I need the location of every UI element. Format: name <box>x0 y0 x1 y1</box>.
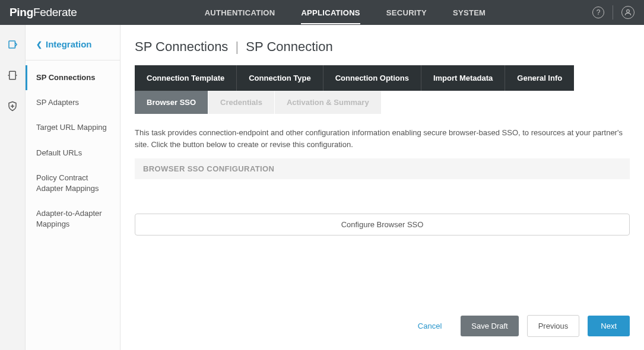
sidebar: ❮ Integration SP Connections SP Adapters… <box>26 25 120 350</box>
breadcrumb: SP Connections | SP Connection <box>135 39 630 55</box>
sidebar-back[interactable]: ❮ Integration <box>26 39 120 61</box>
breadcrumb-parent: SP Connections <box>135 39 228 54</box>
container: ❮ Integration SP Connections SP Adapters… <box>0 25 644 350</box>
sidebar-item-target-url[interactable]: Target URL Mapping <box>26 115 120 140</box>
topbar: PingFederate AUTHENTICATION APPLICATIONS… <box>0 0 644 25</box>
nav-system[interactable]: SYSTEM <box>453 1 486 24</box>
logo: PingFederate <box>9 6 77 19</box>
configure-browser-sso-button[interactable]: Configure Browser SSO <box>135 214 630 236</box>
breadcrumb-separator: | <box>236 39 239 54</box>
sidebar-item-default-urls[interactable]: Default URLs <box>26 141 120 166</box>
icon-rail <box>0 25 26 350</box>
topbar-right: ? <box>592 5 635 20</box>
user-icon[interactable] <box>621 6 635 19</box>
tab-connection-template[interactable]: Connection Template <box>135 65 237 91</box>
vertical-divider <box>613 5 613 20</box>
rail-security-icon[interactable] <box>7 101 18 112</box>
svg-rect-1 <box>9 41 15 48</box>
cancel-button[interactable]: Cancel <box>407 316 452 336</box>
sidebar-item-adapter-to-adapter[interactable]: Adapter-to-Adapter Mappings <box>26 201 120 237</box>
footer-actions: Cancel Save Draft Previous Next <box>135 302 630 350</box>
description-text: This task provides connection-endpoint a… <box>135 127 630 150</box>
breadcrumb-current: SP Connection <box>246 39 332 54</box>
chevron-left-icon: ❮ <box>36 40 42 49</box>
nav-security[interactable]: SECURITY <box>386 1 427 24</box>
wizard-tabs-light: Browser SSO Credentials Activation & Sum… <box>135 91 630 114</box>
tab-browser-sso[interactable]: Browser SSO <box>135 91 208 114</box>
svg-point-0 <box>627 9 630 12</box>
tab-activation-summary[interactable]: Activation & Summary <box>275 91 382 114</box>
main-content: SP Connections | SP Connection Connectio… <box>120 25 644 350</box>
nav-authentication[interactable]: AUTHENTICATION <box>205 1 275 24</box>
wizard-tabs-dark: Connection Template Connection Type Conn… <box>135 65 630 91</box>
previous-button[interactable]: Previous <box>527 315 580 337</box>
top-nav: AUTHENTICATION APPLICATIONS SECURITY SYS… <box>205 1 486 24</box>
sidebar-item-policy-contract[interactable]: Policy Contract Adapter Mappings <box>26 166 120 201</box>
tab-import-metadata[interactable]: Import Metadata <box>421 65 505 91</box>
rail-adapters-icon[interactable] <box>7 70 18 81</box>
nav-applications[interactable]: APPLICATIONS <box>301 1 360 24</box>
svg-rect-2 <box>9 71 16 79</box>
sidebar-title-label: Integration <box>46 39 92 49</box>
tab-connection-options[interactable]: Connection Options <box>323 65 421 91</box>
tab-connection-type[interactable]: Connection Type <box>237 65 323 91</box>
tab-general-info[interactable]: General Info <box>505 65 574 91</box>
next-button[interactable]: Next <box>588 316 630 336</box>
sidebar-item-sp-adapters[interactable]: SP Adapters <box>26 90 120 115</box>
section-header: BROWSER SSO CONFIGURATION <box>135 158 630 179</box>
help-icon[interactable]: ? <box>592 7 604 18</box>
sidebar-item-sp-connections[interactable]: SP Connections <box>26 65 120 90</box>
save-draft-button[interactable]: Save Draft <box>461 316 518 336</box>
rail-integration-icon[interactable] <box>7 39 18 50</box>
tab-credentials[interactable]: Credentials <box>208 91 275 114</box>
